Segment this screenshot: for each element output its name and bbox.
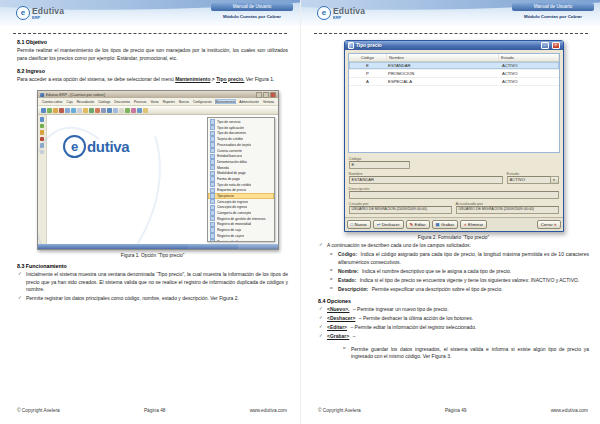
codigo-label: Código (349, 156, 559, 161)
table-header-row: Código Nombre Estado (349, 54, 559, 62)
menu-item-icon (210, 216, 215, 221)
field-bullet: o Código: Indica el código asignado para… (327, 251, 589, 266)
page-header: e Edutiva ERP Manual de Usuario Módulo C… (301, 0, 600, 26)
option-bullet: ✓ <Grabar> – (318, 333, 589, 341)
menu-path-mantenimiento: Mantenimiento (175, 76, 210, 82)
menubar-item: Cuentas cobrar (41, 99, 64, 104)
table-row: E ESTANDAR ACTIVO (349, 62, 559, 70)
close-icon: × (552, 42, 560, 50)
dialog-button: ✎ Editar (406, 220, 430, 229)
page-header: e Edutiva ERP Manual de Usuario Módulo C… (0, 0, 300, 26)
fields-intro-bullet: ✓ A continuación se describen cada uno d… (318, 242, 589, 250)
logo-name: Edutiva (32, 7, 64, 16)
column-header-codigo: Código (349, 54, 388, 61)
section-84-title: 8.4 Opciones (318, 298, 589, 304)
estado-label: Estado (507, 171, 559, 176)
check-icon: ✓ (319, 324, 323, 331)
button-icon: ▣ (436, 222, 440, 227)
button-icon: ↩ (377, 222, 381, 227)
footer-copyright: © Copyright Axelera (318, 408, 361, 413)
dialog-button: × Eliminar (460, 220, 487, 229)
app-menubar: Cuentas cobrarCajaRecaudaciónCatálogoDes… (38, 98, 278, 106)
footer-website: www.edutiva.com (551, 408, 588, 413)
nombre-field: ESTANDAR (349, 176, 503, 184)
menu-item-icon (210, 136, 215, 141)
codigo-field: E (349, 161, 410, 169)
toolbar-icon (65, 108, 70, 113)
tipo-precio-table: Código Nombre Estado E ESTANDAR ACTIVO (348, 53, 560, 153)
menu-item-icon (210, 210, 215, 215)
module-title: Módulo Cuentas por Cobrar (512, 14, 594, 19)
menubar-item: Ventana (262, 99, 275, 104)
menu-item-icon (210, 154, 215, 159)
descripcion-label: Descripción (349, 186, 559, 191)
table-row: A ESPECIAL A ACTIVO (349, 78, 559, 86)
cerrar-button: Cerrar × (537, 220, 561, 229)
menubar-item: Caja (66, 99, 74, 104)
figure-1-app-screenshot: Edutiva ERP - [Cuentas por cobrar] Cuent… (37, 90, 279, 250)
estado-dropdown: ACTIVO ▾ (507, 176, 559, 184)
app-titlebar: Edutiva ERP - [Cuentas por cobrar] (38, 91, 278, 98)
toolbar-icon (53, 108, 58, 113)
menu-item-icon (210, 131, 215, 136)
toolbar-icon (137, 108, 142, 113)
button-icon: □ (351, 222, 354, 227)
sub-bullet-icon: o (330, 251, 332, 258)
section-81-body: Permite realizar el mantenimiento de los… (17, 47, 288, 63)
nombre-label: Nombre (349, 171, 503, 176)
field-bullet: o Estado: Indica si el tipo de precio se… (327, 277, 589, 285)
actualizado-por-field: USUARIO DE MIGRACION (24/09/2009 00:00) (456, 206, 559, 214)
column-header-estado: Estado (499, 54, 559, 61)
field-descriptions: o Código: Indica el código asignado para… (318, 251, 589, 293)
page-left: e Edutiva ERP Manual de Usuario Módulo C… (0, 0, 300, 424)
sub-bullet-icon: o (330, 267, 332, 274)
toolbar-icon (89, 108, 94, 113)
toolbar-icon (113, 108, 118, 113)
header-badge: Manual de Usuario Módulo Cuentas por Cob… (211, 3, 293, 19)
menu-item-icon (210, 193, 215, 198)
document-spread: e Edutiva ERP Manual de Usuario Módulo C… (0, 0, 600, 424)
footer-website: www.edutiva.com (250, 408, 287, 413)
figure-1-caption: Figura 1. Opción “Tipo precio” (17, 253, 288, 258)
maximize-icon (263, 92, 269, 98)
toolbar-icon (131, 108, 136, 113)
toolbar-icon (77, 108, 82, 113)
app-toolbar (38, 106, 278, 115)
dropdown-menu-item: Registro de diario (208, 239, 274, 243)
menubar-item: Varios (150, 99, 160, 104)
menu-item-icon (210, 199, 215, 204)
menubar-item: Reportes (162, 99, 176, 104)
check-icon: ✓ (18, 271, 22, 278)
check-icon: ✓ (319, 315, 323, 322)
chevron-down-icon: ▾ (550, 176, 559, 184)
column-header-nombre: Nombre (387, 54, 499, 61)
options-list: ✓ <Nuevo>. – Permite ingresar un nuevo t… (318, 306, 589, 341)
option-bullet: ✓ <Nuevo>. – Permite ingresar un nuevo t… (318, 306, 589, 314)
edutiva-watermark: e dutiva (63, 135, 129, 158)
toolbar-icon (125, 108, 130, 113)
app-window-title: Edutiva ERP - [Cuentas por cobrar] (46, 93, 255, 97)
check-bullet: ✓ Inicialmente el sistema muestra una ve… (17, 271, 288, 294)
table-row: P PROMOCION ACTIVO (349, 70, 559, 78)
tipo-precio-form: Código E Nombre ESTANDAR Estado ACTIVO ▾ (345, 153, 563, 214)
check-icon: ✓ (319, 333, 323, 340)
page-right-content: Tipo precio – × Código Nombre Estado E (301, 40, 600, 361)
menu-item-icon (210, 125, 215, 130)
dialog-icon (348, 42, 355, 49)
minimize-icon: – (541, 42, 549, 50)
menubar-item: Descuentos (113, 99, 131, 104)
menubar-item: Administración (238, 99, 260, 104)
menu-path-tipo-precio: Tipo precio. (216, 76, 244, 82)
menu-item-icon (210, 159, 215, 164)
dialog-button: □ Nuevo (347, 220, 371, 229)
figure-2-dialog-screenshot: Tipo precio – × Código Nombre Estado E (344, 40, 564, 232)
menu-item-icon (210, 165, 215, 170)
menubar-item: Recaudación (76, 99, 96, 104)
actualizado-por-label: Actualizado por (456, 201, 559, 206)
module-title: Módulo Cuentas por Cobrar (211, 14, 293, 19)
dashed-separator (13, 33, 287, 34)
field-bullet: o Descripción: Permite especificar una d… (327, 286, 589, 294)
edutiva-logo-icon: e (16, 6, 30, 20)
menu-item-icon (210, 182, 215, 187)
logo-name: Edutiva (333, 7, 365, 16)
